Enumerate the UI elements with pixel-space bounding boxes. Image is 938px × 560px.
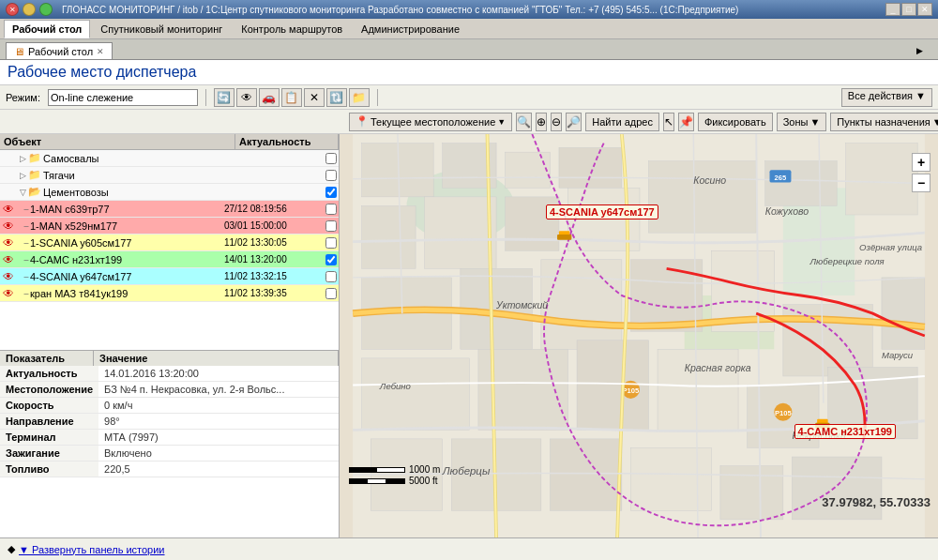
row-check[interactable] [324,153,339,164]
tab-nav-right[interactable]: ▶ [910,42,929,59]
zones-btn[interactable]: Зоны ▼ [777,113,827,131]
list-item[interactable]: ▷ 📁 Тягачи [0,167,339,184]
location-icon: 📍 [356,115,369,128]
info-row: Направление 98° [0,414,339,430]
window-min-btn[interactable] [23,3,36,16]
list-item[interactable]: ▷ 📁 Самосвалы [0,150,339,167]
info-label: Местоположение [0,382,98,398]
menu-tab-desk[interactable]: Рабочий стол [4,20,90,38]
tab-desk[interactable]: 🖥 Рабочий стол ✕ [6,42,113,59]
row-check[interactable] [324,170,339,181]
eye-icon[interactable]: 👁 [0,287,17,300]
mode-select[interactable] [48,89,198,106]
zoom-out-btn[interactable]: − [912,174,930,192]
map-zoom-in-btn[interactable]: ⊕ [536,113,547,131]
scania-label: 4-SCANIA у647см177 [546,204,658,219]
list-body[interactable]: ▷ 📁 Самосвалы ▷ 📁 Тягачи [0,150,339,350]
info-value: 0 км/ч [98,398,339,414]
svg-text:Маруси: Маруси [882,350,914,360]
row-indent: – [17,289,28,298]
list-item[interactable]: 👁 – 4-САМС н231хт199 14/01 13:20:00 [0,251,339,268]
row-check[interactable] [324,254,339,265]
info-row: Терминал МТА (7997) [0,430,339,446]
svg-text:265: 265 [775,174,787,182]
svg-text:Люберецкие поля: Люберецкие поля [809,256,885,266]
info-value: 14.01.2016 13:20:00 [98,366,339,382]
map-zoom-area-btn[interactable]: 🔍 [516,113,532,131]
row-check[interactable] [324,204,339,215]
info-label: Терминал [0,430,98,446]
icon-btn-2[interactable]: 👁 [236,88,257,107]
expand-icon[interactable]: ▽ [17,188,28,197]
svg-rect-23 [362,358,470,430]
list-item[interactable]: 👁 – 1-MAN x529нм177 03/01 15:00:00 [0,218,339,235]
icon-btn-3[interactable]: 🚗 [259,88,280,107]
row-check[interactable] [324,237,339,249]
svg-rect-15 [846,144,917,215]
info-header-label: Показатель [0,351,94,366]
win-btn-3[interactable]: ✕ [917,3,932,16]
mode-label: Режим: [6,92,40,103]
icon-btn-5[interactable]: ✕ [304,88,325,107]
cursor-btn[interactable]: ↖ [663,113,674,131]
row-check[interactable] [324,288,339,299]
list-item[interactable]: ▽ 📂 Цементовозы [0,184,339,201]
list-item[interactable]: 👁 – кран МАЗ т841ук199 11/02 13:39:35 [0,285,339,302]
info-header-value: Значение [94,351,339,366]
info-label: Актуальность [0,366,98,382]
left-panel: Объект Актуальность ▷ 📁 Самосвалы [0,134,340,537]
eye-icon[interactable]: 👁 [0,253,17,266]
list-item[interactable]: 👁 – 1-MAN с639тр77 27/12 08:19:56 [0,201,339,218]
info-label: Скорость [0,398,98,414]
title-bar: ✕ ГЛОНАСС МОНИТОРИНГ / itob / 1С:Центр с… [0,0,938,19]
history-expand-btn[interactable]: ▼ Развернуть панель истории [19,544,165,555]
row-check[interactable] [324,220,339,232]
vehicle-name: кран МАЗ т841ук199 [28,288,220,299]
svg-text:P105: P105 [775,409,793,417]
map-zoom-out-btn[interactable]: ⊖ [551,113,562,131]
window-close-btn[interactable]: ✕ [6,3,19,16]
eye-icon[interactable]: 👁 [0,236,17,250]
map-tool-btn[interactable]: 🔎 [566,113,582,131]
svg-rect-7 [506,152,551,188]
destinations-btn[interactable]: Пункты назначения ▼ [830,113,938,131]
expand-icon[interactable]: ▷ [17,154,28,163]
eye-icon[interactable]: 👁 [0,270,17,283]
fix-btn[interactable]: Фиксировать [698,113,773,131]
row-indent: – [17,272,28,281]
menu-tab-admin[interactable]: Администрирование [353,20,468,38]
svg-text:Косино: Косино [693,174,726,186]
list-header: Объект Актуальность [0,134,339,150]
icon-btn-1[interactable]: 🔄 [214,88,234,107]
find-address-btn[interactable]: Найти адрес [585,113,659,131]
eye-icon[interactable]: 👁 [0,203,17,216]
win-btn-1[interactable]: _ [885,3,900,16]
row-indent: – [17,255,28,265]
zoom-in-btn[interactable]: + [912,153,930,172]
menu-tab-sat[interactable]: Спутниковый мониторинг [92,20,231,38]
pin-btn[interactable]: 📌 [678,113,694,131]
icon-btn-4[interactable]: 📋 [281,88,302,107]
list-item[interactable]: 👁 – 1-SCANIA у605см177 11/02 13:30:05 [0,235,339,251]
tab-close-btn[interactable]: ✕ [97,47,104,56]
current-location-btn[interactable]: 📍 Текущее местоположение ▼ [349,113,512,131]
svg-text:Озёрная улица: Озёрная улица [859,242,922,252]
list-item[interactable]: 👁 – 4-SCANIA у647см177 11/02 13:32:15 [0,268,339,285]
info-panel-header: Показатель Значение [0,351,339,366]
win-btn-2[interactable]: □ [901,3,916,16]
row-check[interactable] [324,271,339,282]
all-actions-btn[interactable]: Все действия ▼ [841,88,932,107]
icon-btn-6[interactable]: 🔃 [326,88,347,107]
row-date: 14/01 13:20:00 [220,254,324,265]
expand-icon[interactable]: ▷ [17,171,28,180]
tab-desk-icon: 🖥 [14,46,24,57]
map-area[interactable]: P105 P105 [340,134,938,537]
map-toolbar: 📍 Текущее местоположение ▼ 🔍 ⊕ ⊖ 🔎 Найти… [0,110,938,134]
eye-icon[interactable]: 👁 [0,219,17,233]
tab-bar: 🖥 Рабочий стол ✕ ▶ [0,39,938,60]
row-check[interactable] [324,187,339,198]
menu-tab-routes[interactable]: Контроль маршрутов [233,20,351,38]
window-max-btn[interactable] [39,3,53,16]
icon-btn-7[interactable]: 📁 [349,88,370,107]
svg-rect-13 [649,161,757,233]
